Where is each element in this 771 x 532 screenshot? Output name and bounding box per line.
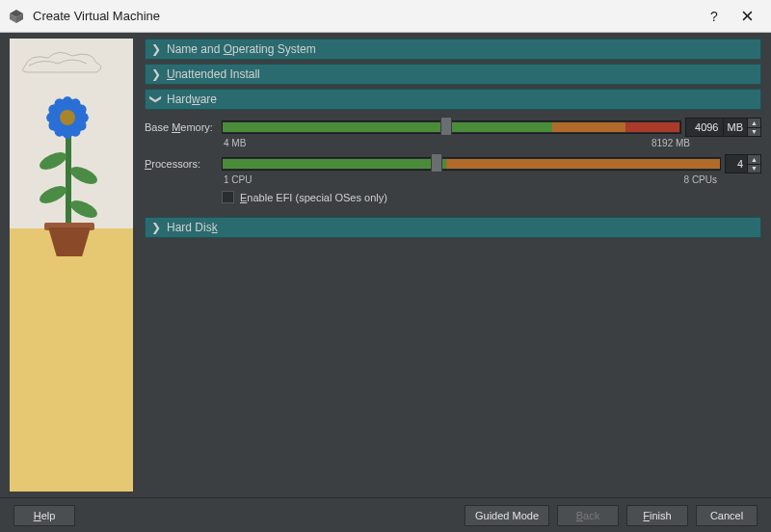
memory-slider[interactable] <box>222 119 681 136</box>
memory-row: Base Memory: MB ▲ ▼ <box>145 118 761 137</box>
memory-unit: MB <box>724 118 749 137</box>
chevron-down-icon: ❯ <box>149 94 163 104</box>
memory-step-up[interactable]: ▲ <box>748 119 760 128</box>
memory-spinbox[interactable]: MB ▲ ▼ <box>685 118 762 137</box>
cpu-slider[interactable] <box>222 155 721 173</box>
memory-label: Base Memory: <box>145 121 218 133</box>
section-hardware[interactable]: ❯ Hardware <box>145 89 761 110</box>
back-button: Back <box>557 505 619 526</box>
memory-input[interactable] <box>685 118 724 137</box>
dialog-body: ❯ Name and Operating System ❯ Unattended… <box>0 33 771 497</box>
memory-min-tick: 4 MB <box>224 138 246 148</box>
section-name-os[interactable]: ❯ Name and Operating System <box>145 39 761 60</box>
footer: Help Guided Mode Back Finish Cancel <box>0 497 771 532</box>
help-button[interactable]: Help <box>13 505 75 526</box>
cpu-step-up[interactable]: ▲ <box>748 155 760 165</box>
efi-checkbox[interactable] <box>222 191 234 203</box>
cpu-row: Processors: ▲ ▼ <box>145 154 761 173</box>
section-hardware-label: Hardware <box>167 93 217 106</box>
chevron-right-icon: ❯ <box>151 67 161 81</box>
section-hard-disk-label: Hard Disk <box>167 221 218 234</box>
cpu-label: Processors: <box>145 158 218 170</box>
titlebar: Create Virtual Machine ? <box>0 0 771 33</box>
window-title: Create Virtual Machine <box>33 9 698 23</box>
section-unattended-label: Unattended Install <box>167 67 260 81</box>
cpu-step-down[interactable]: ▼ <box>748 165 760 173</box>
cpu-spinbox[interactable]: ▲ ▼ <box>725 154 761 173</box>
section-name-os-label: Name and Operating System <box>167 42 316 56</box>
cpu-min-tick: 1 CPU <box>224 174 252 185</box>
close-button[interactable] <box>731 0 763 33</box>
help-titlebar-button[interactable]: ? <box>698 0 731 33</box>
memory-slider-thumb[interactable] <box>440 117 452 136</box>
cpu-slider-thumb[interactable] <box>431 153 442 173</box>
cpu-input[interactable] <box>725 154 748 173</box>
wizard-illustration <box>10 39 133 492</box>
app-icon <box>8 8 25 25</box>
cancel-button[interactable]: Cancel <box>696 505 758 526</box>
hardware-body: Base Memory: MB ▲ ▼ <box>145 114 761 213</box>
chevron-right-icon: ❯ <box>151 221 161 234</box>
section-hard-disk[interactable]: ❯ Hard Disk <box>145 217 761 238</box>
finish-button[interactable]: Finish <box>626 505 688 526</box>
chevron-right-icon: ❯ <box>151 42 161 56</box>
efi-row[interactable]: Enable EFI (special OSes only) <box>222 191 761 203</box>
memory-max-tick: 8192 MB <box>651 138 690 148</box>
cpu-max-tick: 8 CPUs <box>684 174 717 185</box>
section-unattended[interactable]: ❯ Unattended Install <box>145 64 761 85</box>
guided-mode-button[interactable]: Guided Mode <box>465 505 549 526</box>
main-panel: ❯ Name and Operating System ❯ Unattended… <box>133 33 771 497</box>
memory-step-down[interactable]: ▼ <box>748 128 760 137</box>
efi-label: Enable EFI (special OSes only) <box>240 192 387 203</box>
